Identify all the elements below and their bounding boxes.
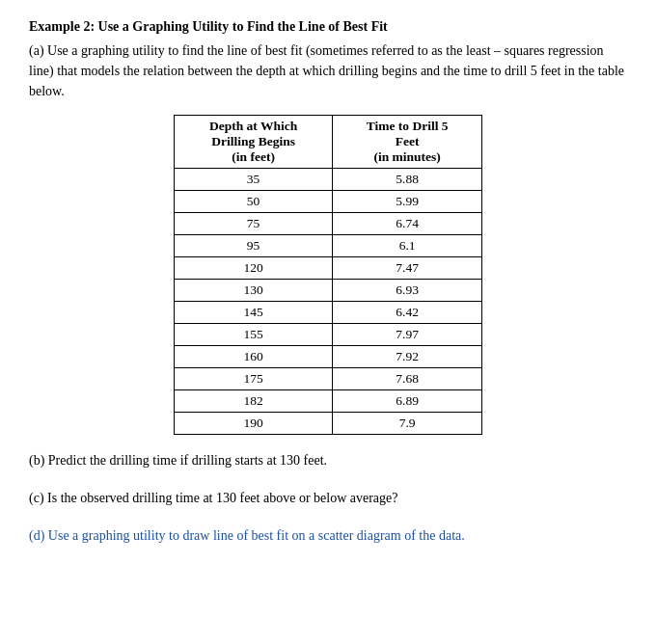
time-cell: 6.93 [333,280,482,302]
depth-cell: 160 [175,346,333,368]
depth-cell: 35 [175,169,333,191]
depth-cell: 95 [175,235,333,257]
time-cell: 7.97 [333,324,482,346]
table-row: 756.74 [175,213,482,235]
table-row: 1607.92 [175,346,482,368]
table-row: 355.88 [175,169,482,191]
table-row: 1557.97 [175,324,482,346]
depth-cell: 145 [175,302,333,324]
time-cell: 5.88 [333,169,482,191]
table-row: 1757.68 [175,368,482,390]
depth-cell: 155 [175,324,333,346]
col2-header: Time to Drill 5 Feet (in minutes) [333,116,482,169]
depth-cell: 182 [175,390,333,413]
table-row: 1907.9 [175,413,482,435]
table-row: 956.1 [175,235,482,257]
time-cell: 6.42 [333,302,482,324]
col1-header: Depth at Which Drilling Begins (in feet) [175,116,333,169]
time-cell: 6.74 [333,213,482,235]
time-cell: 7.68 [333,368,482,390]
table-row: 1826.89 [175,390,482,413]
depth-cell: 190 [175,413,333,435]
page-title: Example 2: Use a Graphing Utility to Fin… [29,19,627,35]
part-c: (c) Is the observed drilling time at 130… [29,488,627,508]
intro-text: (a) Use a graphing utility to find the l… [29,40,627,101]
depth-cell: 175 [175,368,333,390]
time-cell: 6.89 [333,390,482,413]
table-row: 1306.93 [175,280,482,302]
depth-cell: 120 [175,257,333,280]
part-b: (b) Predict the drilling time if drillin… [29,450,627,470]
depth-cell: 50 [175,191,333,213]
depth-cell: 75 [175,213,333,235]
time-cell: 7.9 [333,413,482,435]
depth-cell: 130 [175,280,333,302]
table-row: 505.99 [175,191,482,213]
time-cell: 7.47 [333,257,482,280]
table-row: 1456.42 [175,302,482,324]
time-cell: 5.99 [333,191,482,213]
data-table: Depth at Which Drilling Begins (in feet)… [174,115,482,435]
time-cell: 7.92 [333,346,482,368]
table-row: 1207.47 [175,257,482,280]
time-cell: 6.1 [333,235,482,257]
part-d: (d) Use a graphing utility to draw line … [29,525,627,546]
data-table-wrapper: Depth at Which Drilling Begins (in feet)… [29,115,627,435]
